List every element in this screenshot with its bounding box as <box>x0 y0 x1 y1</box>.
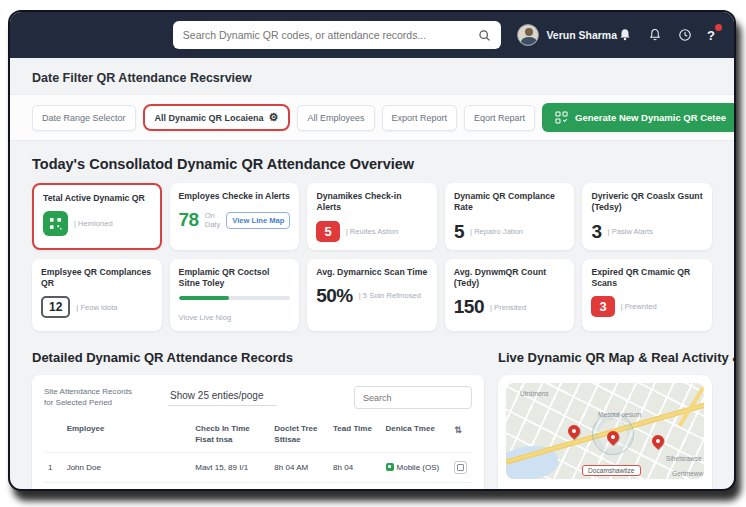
card-caption: | Prewnted <box>621 302 657 311</box>
cell-total: 7.45 <box>329 482 381 491</box>
table-controls: Site Attendance Records for Selected Per… <box>44 386 472 409</box>
card-title: Employes Checke in Alerts <box>179 191 291 202</box>
header-total-time[interactable]: Tead Time <box>329 419 381 452</box>
search-input[interactable] <box>183 29 479 41</box>
overview-cards-row-1: Tetal Active Dynamic QR | Hemioned Emplo… <box>10 183 734 250</box>
map-label: Utrdmens <box>520 390 549 397</box>
export-report-button-2[interactable]: Eqort Repart <box>464 105 535 131</box>
global-search[interactable] <box>173 21 502 49</box>
search-icon[interactable] <box>478 29 491 42</box>
card-title: Dynamikes Check-in Alerts <box>316 191 428 214</box>
cell-device: Mobile (OS) <box>382 452 451 482</box>
export-report-button[interactable]: Export Report <box>382 105 458 131</box>
map-column: Live Dynamic QR Map & Real Activity & Ma… <box>498 342 712 491</box>
stat-card-dynamic-checkin-alerts[interactable]: Dynamikes Check-in Alerts 5 | Reuites As… <box>307 183 437 250</box>
stat-card-avg-qr-count[interactable]: Avg. DynwmQR Count (Tedy) 150 | Prensite… <box>445 259 575 332</box>
filter-section-title: Date Filter QR Attendance Recsrview <box>10 58 734 94</box>
app-window: Verun Sharma ? Date Filter QR Attendance… <box>8 10 736 491</box>
locations-filter-button[interactable]: All Dynamic QR Locaiena ⚙ <box>143 104 291 131</box>
stat-card-expired-scans[interactable]: Expired QR Cmamic QR Scans 3 | Prewnted <box>582 259 712 332</box>
card-title: Avg. DynwmQR Count (Tedy) <box>454 267 566 290</box>
alert-count-badge: 5 <box>316 221 339 242</box>
attendance-table: Employee Checb In Time Fisat tnsa Doclet… <box>44 419 472 491</box>
card-caption: | Hemioned <box>74 219 113 228</box>
cell-employee: "Man Olffie Reopdioe (Dynarrie) <box>63 482 192 491</box>
entries-per-page-select[interactable]: Show 25 enties/poge <box>168 390 277 406</box>
card-title: Avg. Dymarnicc Scan Time <box>316 267 428 278</box>
card-title: Tetal Active Dynamic QR <box>43 193 151 204</box>
header-checkout[interactable]: Doclet Tree Sttisae <box>270 419 329 452</box>
table-row[interactable]: 1 John Doe Mavt 15, 89 I/1 8h 04 AM 8h 0… <box>44 452 472 482</box>
notifications-bell-icon[interactable] <box>617 28 632 43</box>
table-search-input[interactable] <box>354 386 472 409</box>
header-checkin[interactable]: Checb In Time Fisat tnsa <box>191 419 270 452</box>
cell-device: Mobirs (OSi) <box>382 482 451 491</box>
card-caption: | 5 Soin Refmosed <box>359 291 421 300</box>
locations-filter-label: All Dynamic QR Locaiena <box>155 113 264 123</box>
view-line-map-button[interactable]: View Line Map <box>226 212 290 229</box>
stat-card-total-active-qr[interactable]: Tetal Active Dynamic QR | Hemioned <box>32 183 162 250</box>
map-label: Mesout oesum <box>598 411 641 418</box>
alert-count-badge: 3 <box>591 296 614 317</box>
table-subtitle: Site Attendance Records for Selected Per… <box>44 387 132 409</box>
row-detail-icon[interactable] <box>454 461 467 474</box>
date-range-selector-button[interactable]: Date Range Selector <box>32 105 136 131</box>
sort-icon[interactable]: ⇅ <box>454 425 462 435</box>
overview-cards-row-2: Emplsyee QR Complances QR 12 | Feow ldot… <box>10 259 734 332</box>
qr-code-icon <box>555 111 568 124</box>
qr-chip-icon <box>43 211 68 236</box>
card-caption: | Reuites Astion <box>346 227 399 236</box>
site-progress-bar <box>179 296 291 300</box>
card-caption: | Repairo Jation <box>470 227 523 236</box>
cell-checkout: 8h 04 AM <box>270 452 329 482</box>
user-menu[interactable]: Verun Sharma <box>517 24 617 46</box>
cell-checkin: Noort 08.19 AM <box>191 482 270 491</box>
overview-title: Today's Consollatod Dynamic QR Attendanc… <box>10 141 734 183</box>
card-value: 78 <box>179 209 199 231</box>
map-card: Utrdmens Mesout oesum Sihelsrawse Gertme… <box>498 375 712 491</box>
card-title: Dyriveric QR Coaslx Gsunt (Tedsy) <box>591 191 703 214</box>
map-label: Gertmewwan <box>672 470 704 477</box>
live-map[interactable]: Utrdmens Mesout oesum Sihelsrawse Gertme… <box>506 383 704 479</box>
row-number: 1 <box>44 452 63 482</box>
selected-site-label[interactable]: Docamshawtize <box>582 465 641 476</box>
cell-employee: John Doe <box>63 452 192 482</box>
stat-card-checkin-alerts-78[interactable]: Employes Checke in Alerts 78 On Daty Vie… <box>170 183 300 250</box>
stat-card-employee-compliance[interactable]: Emplsyee QR Complances QR 12 | Feow ldot… <box>32 259 162 332</box>
map-pin-icon[interactable] <box>650 433 667 450</box>
count-badge: 12 <box>41 296 70 318</box>
cell-checkin: Mavt 15, 89 I/1 <box>191 452 270 482</box>
card-title: Emplamic QR Coctsol Sitne Toley <box>179 267 291 290</box>
generate-qr-label: Generate New Dynamic QR Cetee <box>575 112 726 123</box>
stat-card-site-control[interactable]: Emplamic QR Coctsol Sitne Toley Viove Li… <box>170 259 300 332</box>
card-value: 150 <box>454 296 484 318</box>
stat-card-compliance-rate[interactable]: Dynamic QR Complance Rate 5 | Repairo Ja… <box>445 183 575 250</box>
stat-card-qr-count-today[interactable]: Dyriveric QR Coaslx Gsunt (Tedsy) 3 | Pa… <box>582 183 712 250</box>
navbar-icons: ? <box>617 28 718 43</box>
help-icon[interactable]: ? <box>707 28 718 43</box>
stat-card-avg-scan-time[interactable]: Avg. Dymarnicc Scan Time 50% | 5 Soin Re… <box>307 259 437 332</box>
bottom-section: Detailed Dynamic QR Attendance Records S… <box>10 340 734 491</box>
history-clock-icon[interactable] <box>677 28 692 43</box>
header-device[interactable]: Denica Tmee <box>382 419 451 452</box>
card-caption: | Feow ldota <box>76 303 117 312</box>
device-ok-icon <box>386 463 394 471</box>
records-title: Detailed Dynamic QR Attendance Records <box>32 350 484 365</box>
filter-toolbar: Date Range Selector All Dynamic QR Locai… <box>10 94 734 141</box>
records-card: Site Attendance Records for Selected Per… <box>32 375 484 491</box>
avatar[interactable] <box>517 24 539 46</box>
employees-filter-button[interactable]: All Employees <box>297 105 374 131</box>
view-live-map-link[interactable]: Viove Live Niog <box>179 313 232 322</box>
card-value: 5 <box>454 221 464 243</box>
header-row-number <box>44 419 63 452</box>
generate-qr-button[interactable]: Generate New Dynamic QR Cetee <box>542 103 736 132</box>
cell-total: 8h 04 <box>329 452 381 482</box>
card-title: Emplsyee QR Complances QR <box>41 267 153 290</box>
card-caption: On Daty <box>205 211 221 229</box>
header-employee[interactable]: Employee <box>63 419 192 452</box>
alerts-bell-icon[interactable] <box>647 28 662 43</box>
top-navbar: Verun Sharma ? <box>10 12 734 58</box>
table-row[interactable]: 2 "Man Olffie Reopdioe (Dynarrie) Noort … <box>44 482 472 491</box>
card-value: 3 <box>591 221 601 243</box>
site-progress-fill <box>179 296 229 300</box>
